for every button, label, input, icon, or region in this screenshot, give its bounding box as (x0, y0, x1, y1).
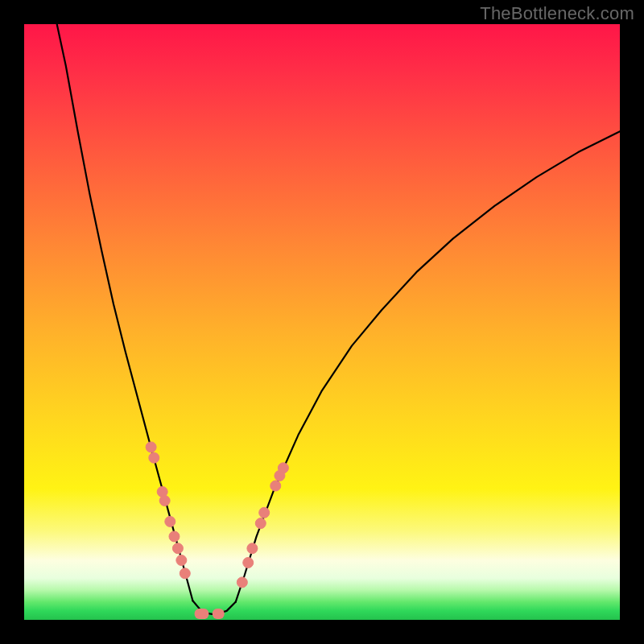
svg-point-14 (270, 481, 281, 491)
svg-point-13 (259, 507, 270, 518)
svg-rect-18 (213, 609, 225, 619)
svg-point-6 (172, 543, 183, 554)
svg-point-1 (149, 452, 159, 463)
curve-svg (24, 24, 620, 620)
right-branch-line (236, 131, 620, 602)
svg-point-4 (165, 516, 175, 526)
svg-point-9 (237, 577, 247, 588)
svg-point-16 (278, 463, 288, 473)
dots-right (237, 463, 288, 588)
svg-point-11 (247, 543, 258, 554)
chart-frame: TheBottleneck.com (0, 0, 644, 644)
svg-rect-17 (195, 609, 209, 619)
watermark-text: TheBottleneck.com (480, 3, 634, 24)
svg-point-3 (159, 496, 170, 506)
svg-point-5 (169, 531, 180, 542)
svg-point-0 (146, 442, 156, 452)
svg-point-8 (180, 568, 190, 579)
plot-area (24, 24, 620, 620)
svg-point-10 (243, 557, 254, 568)
svg-point-12 (255, 518, 266, 529)
left-branch-line (57, 24, 193, 601)
svg-point-7 (176, 555, 187, 566)
